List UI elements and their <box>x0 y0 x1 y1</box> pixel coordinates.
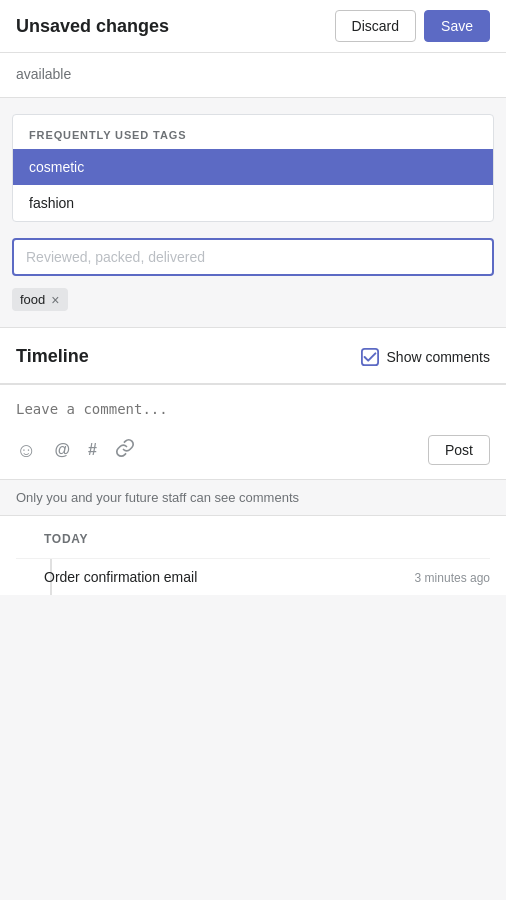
timeline-item-time: 3 minutes ago <box>415 571 490 585</box>
tags-dropdown-section: FREQUENTLY USED TAGS cosmetic fashion <box>12 114 494 222</box>
tag-chip-remove[interactable]: × <box>51 293 59 307</box>
tag-option-fashion[interactable]: fashion <box>13 185 493 221</box>
timeline-items: Order confirmation email 3 minutes ago <box>16 558 490 595</box>
timeline-item-content: Order confirmation email 3 minutes ago <box>44 569 490 585</box>
timeline-item-row: Order confirmation email 3 minutes ago <box>44 569 490 585</box>
tag-search-input[interactable] <box>26 249 480 265</box>
timeline-title: Timeline <box>16 346 89 367</box>
comment-toolbar: ☺ @ # Post <box>16 435 490 479</box>
info-bar: Only you and your future staff can see c… <box>0 480 506 516</box>
tag-chip-label: food <box>20 292 45 307</box>
emoji-icon[interactable]: ☺ <box>16 439 36 462</box>
show-comments-checkbox[interactable] <box>361 348 379 366</box>
page-title: Unsaved changes <box>16 16 169 37</box>
post-button[interactable]: Post <box>428 435 490 465</box>
timeline-item-title: Order confirmation email <box>44 569 197 585</box>
show-comments-label[interactable]: Show comments <box>361 348 490 366</box>
comment-section: ☺ @ # Post <box>0 385 506 480</box>
comment-icons: ☺ @ # <box>16 438 135 462</box>
info-text: Only you and your future staff can see c… <box>16 490 299 505</box>
show-comments-text: Show comments <box>387 349 490 365</box>
header-bar: Unsaved changes Discard Save <box>0 0 506 53</box>
available-section: available <box>0 53 506 98</box>
hashtag-icon[interactable]: # <box>88 441 97 459</box>
discard-button[interactable]: Discard <box>335 10 416 42</box>
save-button[interactable]: Save <box>424 10 490 42</box>
timeline-date-label: TODAY <box>44 532 490 546</box>
tags-dropdown-inner: FREQUENTLY USED TAGS cosmetic fashion <box>13 115 493 221</box>
tag-option-cosmetic[interactable]: cosmetic <box>13 149 493 185</box>
table-row: Order confirmation email 3 minutes ago <box>16 558 490 595</box>
comment-input[interactable] <box>16 401 490 417</box>
tag-input-wrapper[interactable] <box>12 238 494 276</box>
frequently-used-label: FREQUENTLY USED TAGS <box>13 115 493 149</box>
timeline-feed: TODAY Order confirmation email 3 minutes… <box>0 516 506 595</box>
header-actions: Discard Save <box>335 10 490 42</box>
link-icon[interactable] <box>115 438 135 462</box>
tags-chips-area: food × <box>0 276 506 327</box>
tag-chip-food: food × <box>12 288 68 311</box>
timeline-section: Timeline Show comments <box>0 328 506 384</box>
mention-icon[interactable]: @ <box>54 441 70 459</box>
available-text: available <box>16 66 71 82</box>
